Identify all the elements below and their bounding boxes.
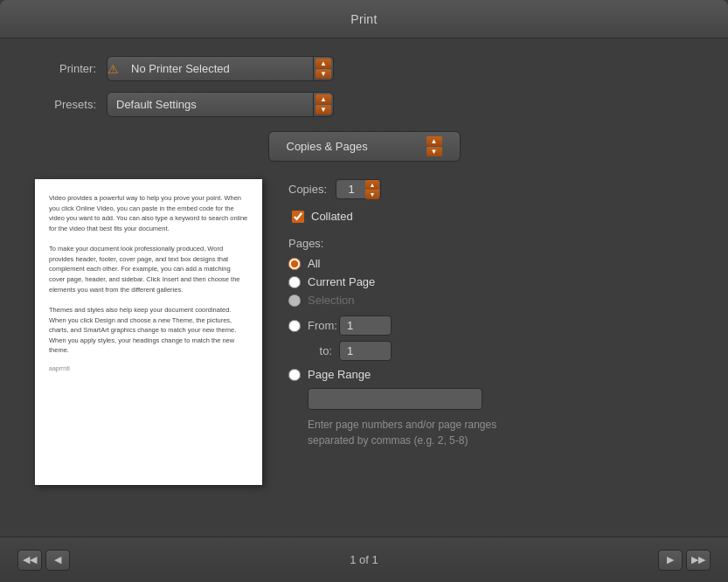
page-indicator: 1 of 1: [350, 553, 378, 566]
selection-radio[interactable]: [288, 294, 301, 307]
selection-radio-row: Selection: [288, 294, 702, 307]
from-row: From:: [288, 315, 702, 336]
to-input[interactable]: [339, 341, 392, 361]
page-preview: Video provides a powerful way to help yo…: [35, 179, 262, 485]
nav-first-btn[interactable]: ◀◀: [17, 550, 42, 571]
from-label: From:: [308, 319, 332, 332]
printer-down-btn[interactable]: ▼: [315, 69, 331, 79]
collated-row: Collated: [288, 210, 702, 223]
options-area: Copies: ▲ ▼ Collated Pag: [288, 176, 702, 537]
section-stepper: ▲ ▼: [426, 136, 442, 156]
copies-row: Copies: ▲ ▼: [288, 179, 702, 199]
copies-up-btn[interactable]: ▲: [365, 180, 379, 190]
from-input[interactable]: [339, 315, 392, 336]
section-header-row: Copies & Pages ▲ ▼: [26, 131, 702, 162]
to-label: to:: [308, 344, 332, 357]
section-header[interactable]: Copies & Pages ▲ ▼: [268, 131, 461, 162]
nav-left-group: ◀◀ ◀: [17, 550, 70, 571]
current-page-radio-label: Current Page: [308, 275, 375, 288]
all-radio-row: All: [288, 257, 702, 270]
presets-stepper: ▲ ▼: [314, 93, 333, 116]
copies-stepper: ▲ ▼: [365, 180, 379, 199]
printer-up-btn[interactable]: ▲: [315, 59, 331, 68]
page-range-label: Page Range: [308, 368, 371, 381]
to-row: to:: [288, 341, 702, 361]
printer-row: Printer: ⚠ No Printer Selected ▲ ▼: [26, 56, 702, 81]
print-dialog: Print Printer: ⚠ No Printer Selected ▲ ▼…: [0, 0, 728, 582]
preview-footer: aaprrntl: [49, 364, 248, 374]
printer-label: Printer:: [26, 62, 96, 75]
printer-value: No Printer Selected: [122, 58, 313, 80]
nav-last-btn[interactable]: ▶▶: [686, 550, 711, 571]
pages-radio-group: All Current Page Selection: [288, 257, 702, 307]
page-range-input[interactable]: [308, 388, 482, 410]
section-up-btn[interactable]: ▲: [426, 136, 442, 146]
footer-bar: ◀◀ ◀ 1 of 1 ▶ ▶▶: [0, 537, 728, 582]
copies-label: Copies:: [288, 183, 327, 196]
pages-section-label: Pages:: [288, 237, 323, 250]
nav-next-btn[interactable]: ▶: [658, 550, 683, 571]
presets-down-btn[interactable]: ▼: [315, 105, 331, 114]
preview-text: Video provides a powerful way to help yo…: [49, 193, 248, 356]
printer-select[interactable]: ⚠ No Printer Selected ▲ ▼: [107, 56, 334, 81]
selection-radio-label: Selection: [308, 294, 354, 307]
page-range-row: Page Range: [288, 368, 702, 381]
copies-input-wrapper: ▲ ▼: [336, 179, 381, 199]
presets-row: Presets: Default Settings ▲ ▼: [26, 92, 702, 117]
copies-down-btn[interactable]: ▼: [365, 190, 379, 199]
presets-select[interactable]: Default Settings ▲ ▼: [107, 92, 334, 117]
nav-right-group: ▶ ▶▶: [658, 550, 711, 571]
warning-icon: ⚠: [107, 62, 119, 76]
collated-checkbox[interactable]: [292, 211, 304, 223]
content-area: Printer: ⚠ No Printer Selected ▲ ▼ Prese…: [0, 38, 728, 537]
all-radio[interactable]: [288, 258, 301, 270]
collated-label: Collated: [311, 210, 353, 223]
all-radio-label: All: [308, 257, 320, 270]
help-text-area: Enter page numbers and/or page ranges se…: [288, 417, 702, 448]
nav-prev-btn[interactable]: ◀: [45, 550, 70, 571]
titlebar: Print: [0, 0, 728, 38]
presets-value: Default Settings: [107, 94, 313, 115]
preview-area: Video provides a powerful way to help yo…: [26, 176, 271, 537]
pages-label-row: Pages:: [288, 237, 702, 250]
section-label: Copies & Pages: [287, 140, 368, 153]
presets-up-btn[interactable]: ▲: [315, 94, 331, 104]
current-page-radio[interactable]: [288, 276, 301, 288]
help-text: Enter page numbers and/or page ranges se…: [308, 417, 500, 448]
main-area: Video provides a powerful way to help yo…: [26, 176, 702, 537]
current-page-radio-row: Current Page: [288, 275, 702, 288]
page-range-radio[interactable]: [288, 369, 301, 381]
window-title: Print: [350, 12, 377, 26]
page-range-input-row: [288, 388, 702, 410]
section-down-btn[interactable]: ▼: [426, 147, 442, 156]
from-to-area: From: to:: [288, 315, 702, 361]
printer-stepper: ▲ ▼: [314, 57, 333, 80]
presets-label: Presets:: [26, 98, 96, 111]
from-radio[interactable]: [288, 320, 301, 332]
